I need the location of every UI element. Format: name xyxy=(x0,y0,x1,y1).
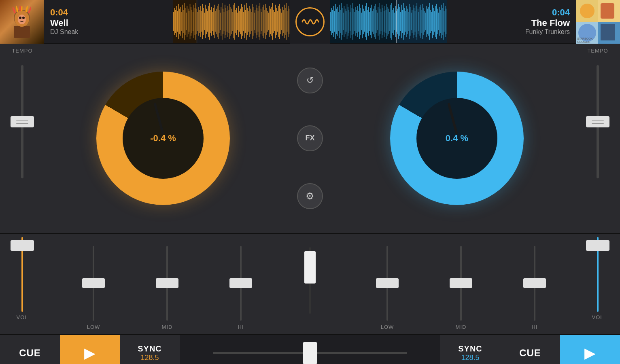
svg-rect-61 xyxy=(224,12,224,31)
svg-rect-76 xyxy=(238,6,239,37)
svg-rect-251 xyxy=(445,6,445,37)
svg-rect-198 xyxy=(393,8,394,35)
eq-low-right-handle[interactable] xyxy=(376,278,399,288)
loop-button[interactable]: ↺ xyxy=(297,68,323,93)
svg-rect-188 xyxy=(384,11,384,32)
eq-low-left-label: LOW xyxy=(87,324,100,330)
left-tempo-handle[interactable] xyxy=(11,116,34,127)
svg-rect-70 xyxy=(232,12,233,31)
svg-rect-207 xyxy=(402,10,403,33)
settings-icon: ⚙ xyxy=(306,190,314,202)
svg-rect-186 xyxy=(382,5,382,38)
deck-right[interactable]: 0.4 % xyxy=(338,44,575,233)
svg-rect-165 xyxy=(361,13,362,30)
svg-rect-224 xyxy=(418,12,419,31)
svg-rect-134 xyxy=(331,8,331,35)
svg-rect-22 xyxy=(186,13,186,30)
svg-rect-107 xyxy=(268,13,269,30)
svg-rect-78 xyxy=(240,9,241,34)
right-tempo-track xyxy=(597,65,599,178)
sync-button-left[interactable]: SYNC 128.5 xyxy=(120,335,180,364)
svg-rect-14 xyxy=(178,4,178,39)
album-art-left[interactable] xyxy=(0,0,44,44)
album-art-right[interactable]: CLOSER STARBOOK xyxy=(576,0,620,44)
sync-bpm-right: 128.5 xyxy=(461,353,479,362)
eq-section-left: LOW MID HI xyxy=(45,246,282,330)
svg-rect-47 xyxy=(210,10,210,33)
tempo-section-right: TEMPO xyxy=(575,44,620,233)
eq-mid-left: MID xyxy=(157,246,177,330)
svg-rect-17 xyxy=(181,12,181,31)
crossfader-h-handle[interactable] xyxy=(303,342,317,364)
waveform-left[interactable] xyxy=(173,0,290,43)
right-tempo-handle[interactable] xyxy=(586,116,609,127)
play-button-left[interactable]: ▶ xyxy=(60,335,120,364)
cue-button-right[interactable]: CUE xyxy=(500,335,560,364)
svg-rect-29 xyxy=(193,12,193,31)
svg-rect-71 xyxy=(234,5,234,38)
eq-hi-right-label: HI xyxy=(532,324,538,330)
needle-right xyxy=(447,103,458,135)
svg-rect-225 xyxy=(420,7,420,36)
svg-rect-249 xyxy=(443,3,443,40)
eq-low-left-handle[interactable] xyxy=(82,278,105,288)
svg-rect-181 xyxy=(377,13,377,30)
svg-rect-195 xyxy=(391,5,391,38)
deck-left[interactable]: -0.4 % xyxy=(45,44,282,233)
svg-rect-178 xyxy=(374,6,374,37)
eq-mid-left-label: MID xyxy=(162,324,173,330)
crossfader-vertical-handle[interactable] xyxy=(304,251,316,284)
svg-rect-74 xyxy=(236,8,237,35)
svg-rect-260 xyxy=(601,3,614,19)
svg-rect-114 xyxy=(275,5,276,38)
cue-label-left: CUE xyxy=(19,347,41,359)
svg-rect-177 xyxy=(373,9,374,34)
vol-fader-right-handle[interactable] xyxy=(586,240,609,251)
eq-mid-right-label: MID xyxy=(456,324,467,330)
svg-rect-167 xyxy=(363,9,364,34)
svg-rect-48 xyxy=(211,7,212,36)
play-button-right[interactable]: ▶ xyxy=(560,335,620,364)
crossfader-vertical-section xyxy=(282,247,338,330)
svg-rect-232 xyxy=(427,6,427,37)
svg-rect-147 xyxy=(344,6,344,37)
svg-rect-185 xyxy=(381,12,381,31)
eq-hi-left-handle[interactable] xyxy=(229,278,252,288)
svg-rect-202 xyxy=(397,9,398,34)
svg-rect-67 xyxy=(229,4,230,39)
svg-rect-200 xyxy=(395,6,396,37)
waveform-right[interactable] xyxy=(330,0,447,43)
platter-right[interactable]: 0.4 % xyxy=(390,72,524,205)
settings-button[interactable]: ⚙ xyxy=(297,183,323,209)
svg-rect-199 xyxy=(394,13,395,30)
svg-rect-156 xyxy=(352,3,353,40)
eq-hi-right-handle[interactable] xyxy=(523,278,546,288)
svg-rect-143 xyxy=(340,10,340,33)
fx-button[interactable]: FX xyxy=(297,125,323,151)
svg-rect-170 xyxy=(366,3,367,40)
eq-mid-left-handle[interactable] xyxy=(156,278,178,288)
svg-rect-108 xyxy=(270,6,270,37)
svg-rect-152 xyxy=(349,10,349,33)
svg-rect-10 xyxy=(174,8,174,35)
left-title: Well xyxy=(50,18,167,28)
svg-rect-138 xyxy=(335,4,335,39)
vol-fader-left-handle[interactable] xyxy=(11,240,34,251)
eq-mid-right-handle[interactable] xyxy=(450,278,472,288)
cue-button-left[interactable]: CUE xyxy=(0,335,60,364)
svg-rect-32 xyxy=(195,3,196,40)
svg-rect-226 xyxy=(420,5,421,38)
svg-rect-68 xyxy=(231,7,231,36)
svg-rect-46 xyxy=(209,3,210,40)
svg-rect-63 xyxy=(226,8,226,35)
platter-left[interactable]: -0.4 % xyxy=(96,72,230,205)
sync-button-right[interactable]: SYNC 128.5 xyxy=(440,335,500,364)
center-logo xyxy=(290,0,330,44)
eq-hi-right-container xyxy=(524,246,545,321)
crossfader-h-track xyxy=(213,352,407,354)
svg-rect-69 xyxy=(231,9,232,34)
svg-rect-121 xyxy=(282,7,282,36)
vol-label-right: VOL xyxy=(592,314,603,320)
svg-rect-242 xyxy=(436,4,437,39)
svg-rect-175 xyxy=(371,5,372,38)
